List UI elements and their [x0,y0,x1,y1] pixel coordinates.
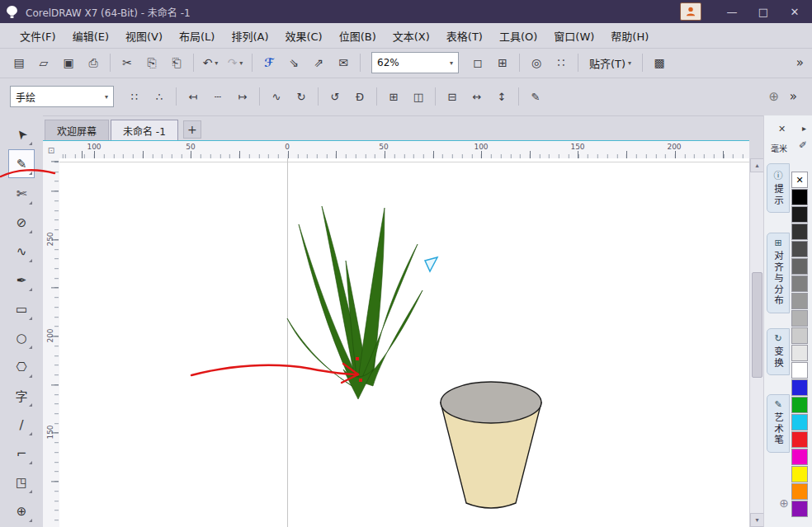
docker-expand-button[interactable]: ▸ [802,124,806,133]
rlbl[interactable]: 200 [46,328,54,342]
menu-layout[interactable]: 布局(L) [171,25,223,47]
menu-tools[interactable]: 工具(O) [491,25,545,47]
paste-button[interactable]: ⎗ [166,52,187,73]
swatch-gray-50[interactable] [791,275,808,292]
drawing-canvas[interactable] [59,158,749,527]
swatch-gray-10[interactable] [791,345,808,361]
eyedropper-icon[interactable]: ✐ [799,139,807,151]
docker-tab-transform[interactable]: ↻变换 [767,328,790,375]
node-mode-button[interactable]: ∴ [149,86,170,107]
swatch-none[interactable]: ✕ [791,172,808,188]
tab-untitled-1[interactable]: 未命名 -1 [111,120,178,140]
swatch-black[interactable] [791,189,808,205]
user-account-button[interactable] [680,2,701,21]
pick-tool[interactable]: ➤ [9,120,34,148]
swatch-gray-80[interactable] [791,224,808,240]
swatch-gray-40[interactable] [791,293,808,309]
cut-button[interactable]: ✂ [116,52,138,73]
rlbl[interactable]: 100 [474,143,488,151]
menu-help[interactable]: 帮助(H) [602,25,657,47]
property-bar-overflow-button[interactable]: » [790,89,797,104]
swatch-gray-30[interactable] [791,310,808,327]
snap-to-grid-button[interactable]: ⊞ [383,86,404,107]
tool-preset-combobox[interactable]: 手绘 ▾ [10,86,114,107]
import-button[interactable]: ⇘ [283,52,304,73]
full-screen-preview-button[interactable]: ◻ [467,52,489,73]
menu-arrange[interactable]: 排列(A) [223,25,276,47]
rlbl[interactable]: 150 [570,143,584,151]
menu-table[interactable]: 表格(T) [438,25,491,47]
swatch-orange[interactable] [791,483,808,500]
scrollbar-thumb[interactable] [752,272,762,378]
menu-view[interactable]: 视图(V) [117,25,171,47]
close-button[interactable]: ✕ [782,2,807,21]
close-curve-button[interactable]: ↻ [290,86,312,107]
swatch-gray-20[interactable] [791,327,808,344]
crop-tool[interactable]: ✄ [9,180,34,207]
enhanced-view-button[interactable]: ◎ [526,52,547,73]
polygon-tool[interactable]: ⎔ [9,353,34,380]
maximize-button[interactable]: □ [751,2,776,21]
distribute-h-button[interactable]: ↔ [466,86,488,107]
curve-tool[interactable]: ∿ [9,238,34,265]
snap-to-dropdown[interactable]: 贴齐(T) ▾ [583,53,638,73]
line-style-picker[interactable]: ┄ [207,86,229,107]
show-page-border-button[interactable]: ⊞ [492,52,513,73]
docker-quick-customize-button[interactable]: ⊕ [776,495,792,511]
undo-button[interactable]: ↶▾ [200,52,221,73]
minimize-button[interactable]: — [720,2,744,21]
rlbl[interactable]: 100 [87,143,101,151]
bezier-mode-button[interactable]: Ð [349,86,371,107]
text-tool[interactable]: 字 [9,382,34,409]
distribute-v-button[interactable]: ↕ [491,86,512,107]
zoom-level-combobox[interactable]: 62% ▾ [371,52,459,73]
align-button[interactable]: ⊟ [441,86,463,107]
redo-button[interactable]: ↷▾ [224,52,246,73]
dimension-tool[interactable]: ∕ [9,411,34,438]
pressure-mode-button[interactable]: ∷ [124,86,145,107]
freehand-smoothing-button[interactable]: ∿ [266,86,287,107]
rotate-button[interactable]: ◫ [408,86,429,107]
docker-tab-align-distribute[interactable]: ⊞对齐与分布 [767,233,790,313]
scroll-down-button[interactable]: ▾ [750,513,764,527]
menu-file[interactable]: 文件(F) [12,25,64,47]
toolbar-overflow-button[interactable]: » [796,55,804,70]
open-button[interactable]: ▱ [33,52,54,73]
print-button[interactable]: ⎙ [83,52,104,73]
ruler-origin-corner[interactable]: ⊡ [43,140,60,160]
rlbl[interactable]: 0 [285,143,290,151]
artistic-media-tool[interactable]: ✒ [9,266,34,294]
swatch-blue[interactable] [791,379,808,396]
ellipse-tool[interactable]: ○ [9,324,34,351]
menu-bitmaps[interactable]: 位图(B) [331,25,385,47]
quick-customize-button[interactable]: ⊕ [765,87,783,106]
more-tools-button[interactable]: ⊕ [9,497,34,525]
connector-tool[interactable]: ⌐ [9,440,34,467]
copy-button[interactable]: ⎘ [141,52,163,73]
menu-effects[interactable]: 效果(C) [276,25,330,47]
menu-edit[interactable]: 编辑(E) [64,25,117,47]
artistic-media-button[interactable]: ✎ [525,86,546,107]
rlbl[interactable]: 200 [667,143,681,151]
rlbl[interactable]: 50 [379,143,388,151]
swatch-purple[interactable] [791,501,808,517]
swatch-gray-60[interactable] [791,258,808,275]
swatch-green[interactable] [791,397,808,413]
scroll-up-button[interactable]: ▴ [750,158,764,172]
start-arrowhead-picker[interactable]: ↤ [182,86,204,107]
save-button[interactable]: ▣ [58,52,79,73]
swatch-red[interactable] [791,431,808,448]
show-grid-button[interactable]: ∷ [550,52,572,73]
rlbl[interactable]: 50 [186,143,195,151]
publish-pdf-button[interactable]: ✉ [333,52,354,73]
new-document-button[interactable]: ▤ [8,52,30,73]
docker-tab-hints[interactable]: ⓘ提示 [767,163,790,213]
swatch-cyan[interactable] [791,414,808,431]
interactive-fill-tool[interactable]: ◳ [9,468,34,496]
rlbl[interactable]: 150 [46,425,54,439]
welcome-screen-button[interactable]: ▩ [649,52,670,73]
swatch-gray-70[interactable] [791,241,808,257]
end-arrowhead-picker[interactable]: ↦ [232,86,253,107]
swatch-yellow[interactable] [791,466,808,482]
canvas-vertical-scrollbar[interactable]: ▴ ▾ [749,158,764,527]
